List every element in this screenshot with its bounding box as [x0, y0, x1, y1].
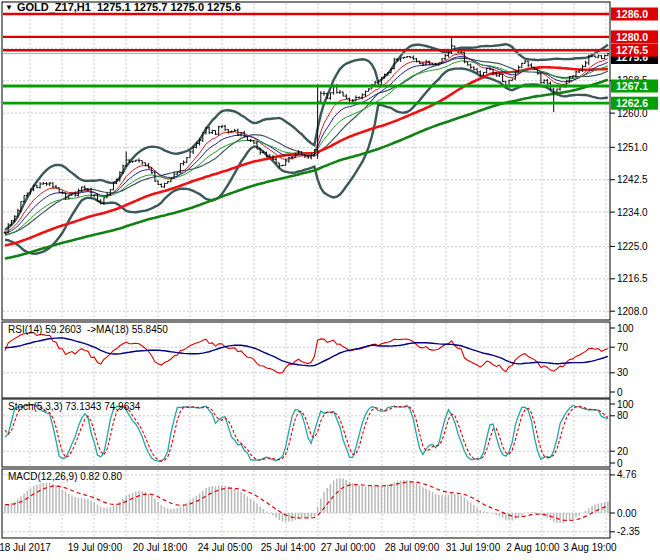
resistance-price-badge: 1280.0 [611, 30, 658, 43]
support-price-badge: 1267.1 [611, 80, 658, 93]
svg-text:1280.0: 1280.0 [616, 31, 648, 43]
time-axis-label: 2 Aug 10:00 [506, 542, 560, 553]
price-tick-label: 1234.0 [617, 207, 648, 218]
stoch-tick-label: 0 [617, 458, 623, 469]
svg-text:1267.1: 1267.1 [616, 80, 648, 92]
stoch-tick-label: 100 [617, 399, 634, 410]
time-axis-label: 3 Aug 19:00 [563, 542, 617, 553]
price-tick-label: 1251.0 [617, 142, 648, 153]
macd-tick-label: -2.35 [617, 526, 640, 537]
price-tick-label: 1225.0 [617, 241, 648, 252]
price-tick-label: 1216.5 [617, 273, 648, 284]
time-axis-label: 20 Jul 18:00 [133, 542, 188, 553]
resistance-price-badge: 1276.5 [611, 44, 658, 57]
stoch-tick-label: 80 [617, 410, 629, 421]
time-axis-label: 25 Jul 14:00 [261, 542, 316, 553]
svg-text:1262.6: 1262.6 [616, 97, 648, 109]
rsi-tick-label: 0 [617, 387, 623, 398]
time-axis-label: 27 Jul 00:00 [321, 542, 376, 553]
macd-tick-label: 4.76 [617, 469, 637, 480]
time-axis-label: 24 Jul 05:00 [198, 542, 253, 553]
support-price-badge: 1262.6 [611, 97, 658, 110]
price-tick-label: 1208.0 [617, 306, 648, 317]
resistance-price-badge: 1286.0 [611, 8, 658, 21]
time-axis-label: 31 Jul 19:00 [446, 542, 501, 553]
chart-marker-triangle-icon: ▼ [5, 2, 13, 13]
rsi-indicator-label: RSI(14) 59.2603 ->MA(18) 55.8450 [8, 324, 168, 335]
chart-title: ▼GOLD_Z17,H1 1275.1 1275.7 1275.0 1275.6 [5, 1, 241, 13]
time-axis: 18 Jul 201719 Jul 09:0020 Jul 18:0024 Ju… [0, 542, 617, 553]
svg-text:1276.5: 1276.5 [616, 44, 648, 56]
stoch-indicator-label: Stoch(5,3,3) 73.1343 74.9634 [8, 401, 140, 412]
macd-indicator-label: MACD(12,26,9) 0.82 0.80 [8, 471, 122, 482]
chart-title-text: GOLD_Z17,H1 1275.1 1275.7 1275.0 1275.6 [17, 1, 241, 13]
rsi-tick-label: 100 [617, 323, 634, 334]
time-axis-label: 19 Jul 09:00 [68, 542, 123, 553]
time-axis-label: 28 Jul 09:00 [385, 542, 440, 553]
trading-chart-window: 1268.51260.01251.01242.51234.01225.01216… [0, 0, 660, 560]
price-tick-label: 1242.5 [617, 174, 648, 185]
stoch-tick-label: 20 [617, 446, 629, 457]
svg-text:1286.0: 1286.0 [616, 8, 648, 20]
time-axis-label: 18 Jul 2017 [0, 542, 51, 553]
rsi-tick-label: 30 [617, 367, 629, 378]
rsi-tick-label: 70 [617, 342, 629, 353]
macd-tick-label: 0.00 [617, 508, 637, 519]
